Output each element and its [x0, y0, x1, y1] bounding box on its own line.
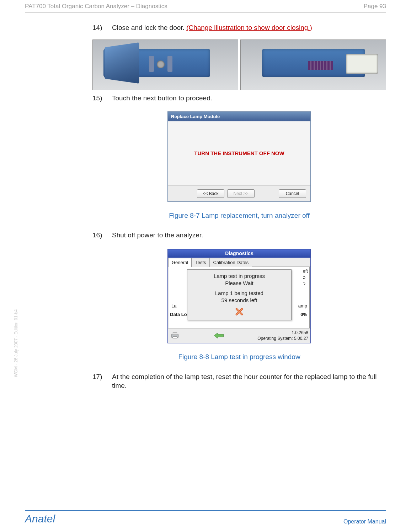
- popup-line3: Lamp 1 being tested: [189, 290, 290, 297]
- frag-b1: ɔ: [303, 274, 308, 280]
- tab-general[interactable]: General: [168, 258, 192, 267]
- doc-header-page: Page 93: [364, 3, 386, 10]
- frag-b2: ɔ: [303, 280, 308, 287]
- frag-zero-percent: 0%: [300, 311, 307, 318]
- printer-icon[interactable]: [170, 332, 180, 339]
- back-arrow-icon[interactable]: [213, 332, 224, 339]
- door-closing-illustration: [92, 39, 386, 90]
- step-15-number: 15): [92, 94, 112, 103]
- replace-lamp-dialog: Replace Lamp Module TURN THE INSTRUMENT …: [167, 111, 311, 202]
- frag-amp: amp: [298, 303, 307, 309]
- svg-rect-1: [173, 332, 177, 335]
- tab-calibration-dates[interactable]: Calibration Dates: [210, 258, 252, 267]
- tab-tests[interactable]: Tests: [192, 258, 209, 267]
- dialog2-title: Diagnostics: [168, 249, 310, 258]
- step-16-text: Shut off power to the analyzer.: [112, 231, 386, 240]
- cancel-button[interactable]: Cancel: [279, 189, 306, 198]
- step-15-text: Touch the next button to proceed.: [112, 94, 386, 103]
- dialog1-message: TURN THE INSTRUMENT OFF NOW: [194, 150, 284, 157]
- figure-8-7-caption: Figure 8-7 Lamp replacement, turn analyz…: [92, 211, 386, 220]
- frag-eft: eft: [303, 268, 308, 274]
- popup-line1: Lamp test in progress: [189, 273, 290, 280]
- step-17-number: 17): [92, 372, 112, 390]
- lamp-test-popup: Lamp test in progress Please Wait Lamp 1…: [187, 269, 292, 320]
- svg-rect-2: [173, 336, 177, 339]
- step-14-edit-note: (Change illustration to show door closin…: [186, 24, 312, 31]
- step-16-number: 16): [92, 231, 112, 240]
- frag-data-l: Data Lo: [170, 311, 187, 318]
- close-icon[interactable]: [235, 307, 244, 316]
- popup-line2: Please Wait: [189, 280, 290, 287]
- side-edition-text: WGM - 26 July 2007 - Edition 01-b4: [14, 278, 18, 377]
- step-14-text: Close and lock the door.: [112, 24, 186, 31]
- back-button[interactable]: << Back: [197, 189, 224, 198]
- doc-header-title: PAT700 Total Organic Carbon Analyzer – D…: [25, 3, 167, 10]
- footer-brand: Anatel: [25, 513, 55, 525]
- frag-la: La: [171, 303, 176, 309]
- next-button[interactable]: Next >>: [227, 189, 255, 198]
- dialog1-title: Replace Lamp Module: [168, 112, 310, 121]
- step-17-text: At the completion of the lamp test, rese…: [112, 372, 386, 390]
- footer-manual: Operator Manual: [343, 518, 386, 525]
- popup-line4: 59 seconds left: [189, 297, 290, 304]
- step-14-number: 14): [92, 23, 112, 32]
- status-os: Operating System: 5.00.27: [257, 336, 308, 341]
- diagnostics-dialog: Diagnostics General Tests Calibration Da…: [167, 249, 311, 343]
- status-version: 1.0.2658: [257, 330, 308, 336]
- figure-8-8-caption: Figure 8-8 Lamp test in progress window: [92, 352, 386, 362]
